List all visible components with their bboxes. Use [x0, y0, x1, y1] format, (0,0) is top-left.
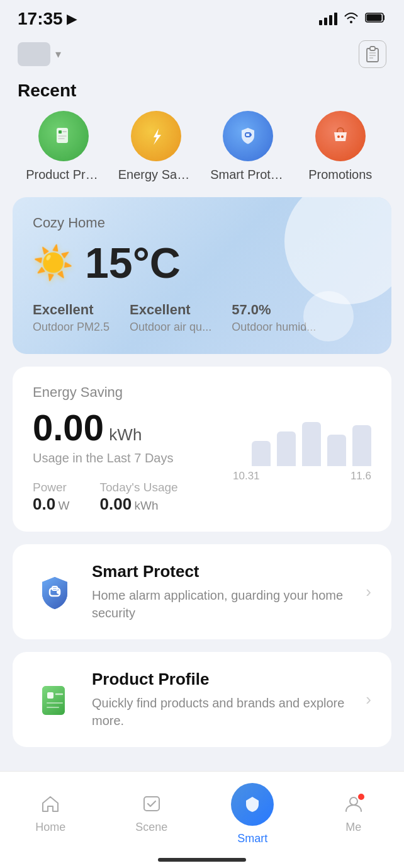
bar-3 [302, 422, 321, 466]
svg-point-27 [350, 797, 357, 805]
pm25-label: Outdoor PM2.5 [33, 321, 109, 334]
nav-smart[interactable]: Smart [215, 783, 290, 845]
bar-1 [252, 441, 271, 466]
air-value: Excellent [130, 302, 211, 318]
product-profile-card[interactable]: Product Profile Quickly find products an… [13, 652, 391, 747]
weather-stats: Excellent Outdoor PM2.5 Excellent Outdoo… [33, 302, 371, 334]
power-unit: W [59, 499, 70, 512]
energy-bar-chart: 10.31 11.6 [233, 409, 371, 483]
chart-labels: 10.31 11.6 [233, 470, 371, 483]
power-label: Power [33, 481, 67, 494]
smart-protect-text: Smart Protect Home alarm application, gu… [92, 562, 351, 622]
energy-unit: kWh [109, 425, 142, 444]
product-profile-text: Product Profile Quickly find products an… [92, 670, 351, 729]
energy-stats-row: Power 0.0 W Today's Usage 0.00 kWh [33, 481, 178, 514]
nav-home[interactable]: Home [13, 795, 88, 834]
avatar [18, 42, 50, 66]
energy-left: 0.00 kWh Usage in the Last 7 Days Power … [33, 409, 178, 514]
home-indicator [158, 858, 246, 862]
me-notification-badge [357, 792, 366, 801]
humidity-value: 57.0% [232, 302, 316, 318]
today-unit: kWh [135, 499, 159, 512]
signal-icon [319, 13, 337, 25]
recent-section-label: Recent [0, 72, 404, 111]
temperature-display: 15°C [85, 241, 181, 284]
product-profile-title: Product Profile [92, 670, 351, 689]
product-profile-desc: Quickly find products and brands and exp… [92, 694, 351, 729]
promotions-icon [315, 111, 366, 161]
avatar-area[interactable]: ▾ [18, 42, 61, 66]
scene-icon [142, 795, 161, 817]
weather-stat-humidity: 57.0% Outdoor humid... [232, 302, 316, 334]
svg-rect-8 [59, 130, 62, 134]
svg-rect-22 [47, 692, 53, 699]
energy-today-stat: Today's Usage 0.00 kWh [100, 481, 178, 514]
recent-label-promotions: Promotions [303, 168, 378, 182]
nav-scene-label: Scene [135, 821, 167, 834]
energy-section-label: Energy Saving [33, 384, 371, 401]
svg-marker-12 [154, 128, 161, 145]
nav-me-label: Me [345, 821, 361, 834]
clipboard-button[interactable] [359, 40, 386, 68]
weather-stat-pm25: Excellent Outdoor PM2.5 [33, 302, 109, 334]
sun-icon: ☀️ [33, 244, 74, 282]
svg-point-16 [341, 135, 344, 138]
energy-icon [131, 111, 181, 161]
nav-me[interactable]: Me [316, 795, 391, 834]
product-profile-icon [38, 111, 89, 161]
nav-home-label: Home [35, 821, 65, 834]
battery-icon [365, 12, 386, 26]
svg-point-15 [337, 135, 340, 138]
weather-home-label: Cozy Home [33, 215, 371, 231]
smart-protect-card[interactable]: Smart Protect Home alarm application, gu… [13, 544, 391, 639]
svg-rect-3 [370, 47, 375, 50]
product-profile-feature-icon [33, 678, 77, 722]
svg-rect-26 [144, 797, 159, 811]
smart-protect-icon [223, 111, 273, 161]
recent-icons-row: Product Pro... Energy Savi... Smart Prot… [0, 111, 404, 197]
product-profile-chevron-icon[interactable]: › [366, 690, 371, 709]
power-value: 0.0 [33, 494, 55, 513]
status-bar: 17:35 ▶ [0, 0, 404, 34]
energy-card[interactable]: Energy Saving 0.00 kWh Usage in the Last… [13, 367, 391, 532]
bar-2 [277, 431, 296, 466]
recent-item-energy[interactable]: Energy Savi... [118, 111, 194, 182]
bars-container [252, 409, 371, 466]
recent-label-product: Product Pro... [26, 168, 101, 182]
energy-value-row: 0.00 kWh [33, 409, 178, 446]
energy-sub-label: Usage in the Last 7 Days [33, 451, 178, 465]
recent-label-energy: Energy Savi... [118, 168, 194, 182]
header-row: ▾ [0, 34, 404, 72]
today-value-row: 0.00 kWh [100, 494, 178, 514]
status-icons [319, 12, 386, 26]
chevron-down-icon[interactable]: ▾ [55, 47, 61, 61]
svg-point-18 [57, 590, 60, 594]
energy-value: 0.00 [33, 407, 104, 448]
chart-label-left: 10.31 [233, 470, 260, 483]
recent-item-smart-protect[interactable]: Smart Prote... [210, 111, 286, 182]
smart-protect-title: Smart Protect [92, 562, 351, 581]
svg-rect-7 [57, 128, 68, 143]
status-time: 17:35 ▶ [18, 9, 76, 29]
recent-item-product-profile[interactable]: Product Pro... [26, 111, 101, 182]
weather-card[interactable]: Cozy Home ☀️ 15°C Excellent Outdoor PM2.… [13, 197, 391, 354]
energy-power-stat: Power 0.0 W [33, 481, 70, 514]
bar-5 [352, 425, 371, 466]
pm25-value: Excellent [33, 302, 109, 318]
nav-scene[interactable]: Scene [114, 795, 189, 834]
smart-protect-chevron-icon[interactable]: › [366, 582, 371, 602]
recent-item-promotions[interactable]: Promotions [303, 111, 378, 182]
home-icon [41, 795, 60, 817]
today-value: 0.00 [100, 494, 132, 513]
smart-protect-feature-icon [33, 570, 77, 614]
nav-smart-label: Smart [237, 832, 267, 845]
weather-temp-row: ☀️ 15°C [33, 241, 371, 284]
svg-rect-21 [42, 686, 65, 715]
air-label: Outdoor air qu... [130, 321, 211, 334]
smart-button[interactable] [231, 783, 274, 826]
svg-point-14 [249, 134, 252, 136]
time-display: 17:35 [18, 9, 63, 29]
energy-main-row: 0.00 kWh Usage in the Last 7 Days Power … [33, 409, 371, 514]
wifi-icon [344, 12, 359, 26]
me-avatar-wrap [344, 795, 363, 817]
